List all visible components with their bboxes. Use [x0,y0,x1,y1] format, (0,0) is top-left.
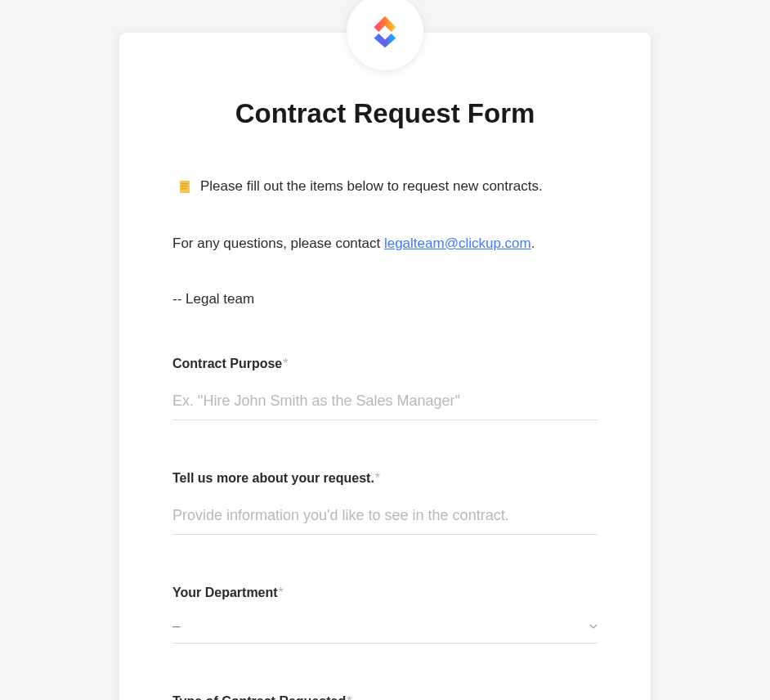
label-request-details: Tell us more about your request.* [172,471,598,486]
label-text: Contract Purpose [172,357,282,370]
input-request-details[interactable] [172,500,598,535]
field-department: Your Department* – [172,586,598,644]
intro-text-1: Please fill out the items below to reque… [200,178,543,195]
intro-signature: -- Legal team [172,291,598,307]
label-text: Tell us more about your request. [172,471,374,485]
form-card: Contract Request Form Please fill out th… [119,33,651,700]
intro-prefix: For any questions, please contact [172,236,384,251]
input-contract-purpose[interactable] [172,386,598,420]
intro-suffix: . [531,236,535,251]
intro-block: Please fill out the items below to reque… [172,178,598,307]
form-title: Contract Request Form [172,98,598,129]
select-value: – [172,618,180,635]
svg-rect-0 [180,181,190,193]
intro-line-1: Please fill out the items below to reque… [172,178,598,195]
label-department: Your Department* [172,586,598,600]
svg-rect-1 [181,183,188,184]
label-text: Type of Contract Requested [172,694,346,700]
svg-rect-2 [181,186,188,186]
svg-rect-3 [181,188,186,189]
required-asterisk: * [375,471,380,485]
label-contract-purpose: Contract Purpose* [172,357,598,371]
required-asterisk: * [347,694,351,700]
field-contract-purpose: Contract Purpose* [172,357,598,420]
select-department[interactable]: – [172,615,598,644]
label-contract-type: Type of Contract Requested* [172,694,598,700]
field-contract-type: Type of Contract Requested* [172,694,598,700]
clipboard-icon [177,179,192,194]
contact-email-link[interactable]: legalteam@clickup.com [384,236,531,251]
chevron-down-icon [589,622,598,630]
label-text: Your Department [172,586,278,599]
logo-circle [347,0,423,70]
clickup-logo-icon [366,13,404,51]
field-request-details: Tell us more about your request.* [172,471,598,535]
required-asterisk: * [283,357,288,370]
intro-line-2: For any questions, please contact legalt… [172,236,598,252]
required-asterisk: * [279,586,284,599]
